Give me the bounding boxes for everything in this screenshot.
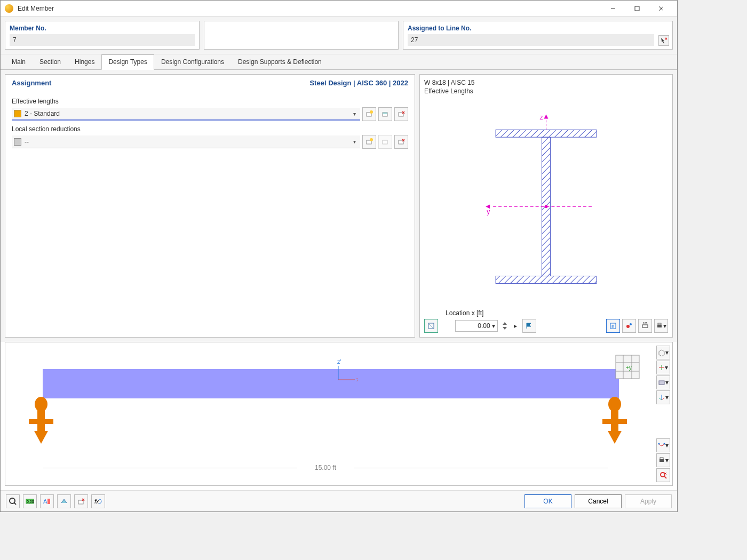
svg-line-74 — [14, 502, 17, 505]
combo-swatch-icon — [14, 138, 21, 146]
svg-text:z: z — [540, 114, 543, 122]
chevron-down-icon[interactable]: ▾ — [351, 139, 358, 145]
view-settings-button[interactable] — [57, 494, 71, 508]
ok-button[interactable]: OK — [525, 494, 571, 508]
apply-button[interactable]: Apply — [625, 494, 672, 508]
edit-local-section-button[interactable] — [378, 135, 392, 149]
deflection-button[interactable]: ▾ — [656, 438, 670, 452]
flag-button[interactable] — [522, 319, 536, 333]
cancel-button[interactable]: Cancel — [575, 494, 622, 508]
title-bar: Edit Member — [1, 1, 677, 17]
app-icon — [5, 4, 13, 13]
tab-design-types[interactable]: Design Types — [101, 54, 154, 70]
values-toggle-button[interactable]: E — [606, 319, 620, 333]
delete-local-section-button[interactable] — [394, 135, 408, 149]
tab-main[interactable]: Main — [5, 54, 33, 69]
svg-point-45 — [35, 397, 47, 412]
svg-text:+y: +y — [626, 365, 632, 371]
svg-text:y: y — [487, 208, 490, 215]
play-icon[interactable]: ▸ — [512, 319, 519, 333]
svg-rect-9 — [383, 113, 387, 114]
member-no-value[interactable]: 7 — [10, 34, 195, 46]
print-member-button[interactable]: ▾ — [656, 453, 670, 467]
svg-rect-67 — [659, 459, 664, 462]
edit-effective-length-button[interactable] — [378, 107, 392, 121]
help-button[interactable] — [6, 494, 20, 508]
local-section-combo[interactable]: -- ▾ — [12, 135, 360, 148]
reset-view-button[interactable] — [656, 468, 670, 482]
tab-section[interactable]: Section — [33, 54, 68, 69]
axes-toggle-button[interactable]: ▾ — [656, 390, 670, 404]
location-input[interactable]: 0.00 ▾ — [455, 320, 498, 332]
svg-rect-47 — [29, 419, 53, 424]
svg-rect-21 — [496, 276, 597, 284]
svg-text:0,00: 0,00 — [27, 500, 34, 503]
section-view-toggle-button[interactable] — [424, 319, 438, 333]
svg-rect-39 — [657, 325, 662, 327]
svg-rect-20 — [496, 130, 597, 138]
svg-text:z': z' — [337, 358, 341, 365]
close-button[interactable] — [649, 1, 673, 17]
svg-rect-68 — [660, 458, 663, 459]
svg-line-70 — [664, 476, 666, 478]
font-button[interactable]: A — [40, 494, 54, 508]
chevron-down-icon[interactable]: ▾ — [351, 111, 358, 117]
assigned-label: Assigned to Line No. — [408, 25, 668, 32]
svg-point-29 — [545, 205, 548, 209]
tab-design-supports[interactable]: Design Supports & Deflection — [231, 54, 329, 69]
display-options-button[interactable]: ▾ — [656, 375, 670, 389]
window-title: Edit Member — [18, 5, 54, 12]
section-subtitle: Effective Lengths — [424, 87, 668, 96]
member-no-panel: Member No. 7 — [5, 21, 200, 50]
svg-rect-61 — [659, 381, 664, 385]
combo-swatch-icon — [14, 110, 21, 117]
spinner-up-down[interactable] — [501, 319, 508, 333]
view-cube[interactable]: +y — [614, 353, 641, 382]
support-right — [600, 396, 630, 444]
section-drawing: z y — [424, 99, 668, 309]
effective-lengths-combo[interactable]: 2 - Standard ▾ — [12, 108, 360, 121]
clear-button[interactable] — [74, 494, 88, 508]
svg-line-63 — [659, 398, 662, 400]
svg-point-35 — [626, 325, 630, 328]
svg-marker-31 — [503, 322, 507, 325]
view-iso-button[interactable]: ▾ — [656, 346, 670, 359]
assigned-line-panel: Assigned to Line No. 27 — [403, 21, 673, 50]
blank-panel — [204, 21, 399, 50]
svg-text:x: x — [356, 376, 357, 382]
preview-tools: ▾ ▾ ▾ ▾ ▾ ▾ — [656, 346, 670, 482]
svg-rect-40 — [658, 323, 661, 325]
local-section-label: Local section reductions — [12, 125, 408, 133]
tab-hinges[interactable]: Hinges — [68, 54, 101, 69]
tab-design-config[interactable]: Design Configurations — [154, 54, 231, 69]
assigned-value[interactable]: 27 — [408, 34, 654, 46]
svg-point-69 — [661, 473, 665, 477]
axis-y-button[interactable]: ▾ — [656, 361, 670, 374]
minimize-button[interactable] — [601, 1, 625, 17]
assignment-panel: Assignment Steel Design | AISC 360 | 202… — [5, 74, 415, 338]
effective-lengths-value: 2 - Standard — [25, 110, 351, 117]
svg-marker-24 — [544, 115, 549, 119]
units-button[interactable]: 0,00 — [23, 494, 37, 508]
delete-effective-length-button[interactable] — [394, 107, 408, 121]
effective-lengths-label: Effective lengths — [12, 98, 408, 105]
dimensions-button[interactable]: 100 — [638, 319, 652, 333]
svg-point-66 — [664, 443, 665, 445]
svg-line-64 — [662, 398, 664, 400]
new-effective-length-button[interactable] — [362, 107, 376, 121]
svg-rect-15 — [383, 140, 387, 144]
maximize-button[interactable] — [625, 1, 649, 17]
svg-text:E: E — [611, 324, 614, 329]
stress-point-button[interactable] — [622, 319, 636, 333]
member-no-label: Member No. — [10, 25, 195, 32]
svg-point-49 — [608, 397, 621, 412]
formula-button[interactable]: fx — [91, 494, 105, 508]
print-section-button[interactable]: ▾ — [654, 319, 668, 333]
svg-marker-52 — [608, 431, 622, 444]
pick-line-icon[interactable] — [658, 35, 669, 46]
design-standard-link[interactable]: Steel Design | AISC 360 | 2022 — [309, 79, 408, 87]
support-left — [27, 396, 56, 444]
svg-point-36 — [630, 323, 632, 325]
new-local-section-button[interactable] — [362, 135, 376, 149]
dialog-footer: 0,00 A fx OK Cancel Apply — [1, 490, 677, 511]
